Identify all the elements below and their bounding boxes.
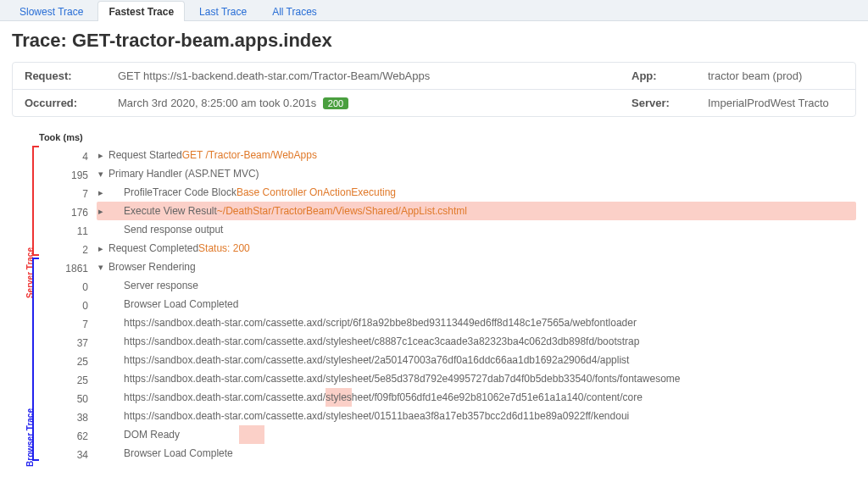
trace-text: Send response output bbox=[124, 220, 223, 239]
trace-row: https://sandbox.death-star.com/cassette.… bbox=[97, 407, 856, 425]
timing-value: 2 bbox=[39, 241, 95, 259]
timing-value: 195 bbox=[39, 166, 95, 185]
occurred-label: Occurred: bbox=[25, 97, 118, 109]
trace-text: Server response bbox=[124, 276, 198, 295]
trace-text: styles bbox=[326, 388, 352, 407]
trace-text: https://sandbox.death-star.com/cassette.… bbox=[124, 407, 629, 425]
trace-text: Browser Load Completed bbox=[124, 295, 238, 313]
trace-text: Browser Rendering bbox=[108, 258, 196, 276]
trace-info-box: Request: GET https://s1-backend.death-st… bbox=[12, 62, 856, 117]
trace-text bbox=[180, 425, 239, 444]
trace-row: Browser Load Completed bbox=[97, 295, 856, 313]
trace-text: Primary Handler (ASP.NET MVC) bbox=[108, 164, 259, 183]
trace-text: https://sandbox.death-star.com/cassette.… bbox=[124, 351, 629, 369]
tab-bar: Slowest Trace Fastest Trace Last Trace A… bbox=[0, 0, 868, 21]
page-title: Trace: GET-tractor-beam.apps.index bbox=[12, 30, 856, 52]
timing-value: 50 bbox=[39, 390, 95, 408]
trace-text: DOM Ready bbox=[124, 425, 180, 444]
timing-value: 7 bbox=[39, 315, 95, 334]
status-badge: 200 bbox=[323, 97, 348, 109]
request-label: Request: bbox=[25, 69, 118, 82]
timing-column: Took (ms) 419571761121861007372525503862… bbox=[37, 129, 97, 466]
trace-text: Status: 200 bbox=[198, 239, 250, 258]
trace-row: https://sandbox.death-star.com/cassette.… bbox=[97, 332, 856, 351]
tab-all-traces[interactable]: All Traces bbox=[261, 1, 328, 21]
chevron-down-icon[interactable]: ▾ bbox=[97, 164, 105, 183]
timing-value: 176 bbox=[39, 203, 95, 222]
app-label: App: bbox=[632, 69, 708, 82]
request-value: GET https://s1-backend.death-star.com/Tr… bbox=[118, 69, 632, 82]
trace-text: https://sandbox.death-star.com/cassette.… bbox=[124, 369, 681, 388]
trace-row: https://sandbox.death-star.com/cassette.… bbox=[97, 313, 856, 332]
timing-value: 34 bbox=[39, 446, 95, 464]
trace-row: Send response output bbox=[97, 220, 856, 239]
trace-text: https://sandbox.death-star.com/cassette.… bbox=[124, 388, 326, 407]
occurred-value: March 3rd 2020, 8:25:00 am took 0.201s 2… bbox=[118, 97, 632, 109]
trace-row: Browser Load Complete bbox=[97, 444, 856, 463]
trace-text bbox=[239, 425, 264, 444]
trace-text: ~/DeathStar/TractorBeam/Views/Shared/App… bbox=[217, 202, 467, 220]
chevron-right-icon[interactable]: ▸ bbox=[97, 183, 105, 202]
timing-value: 25 bbox=[39, 352, 95, 371]
trace-text: https://sandbox.death-star.com/cassette.… bbox=[124, 313, 637, 332]
took-header: Took (ms) bbox=[39, 130, 95, 147]
timing-value: 4 bbox=[39, 147, 95, 166]
timing-value: 11 bbox=[39, 222, 95, 241]
chevron-right-icon[interactable]: ▸ bbox=[97, 146, 105, 164]
tab-last-trace[interactable]: Last Trace bbox=[188, 1, 258, 21]
trace-text: Execute View Result bbox=[124, 202, 217, 220]
tab-slowest-trace[interactable]: Slowest Trace bbox=[8, 1, 94, 21]
trace-row: https://sandbox.death-star.com/cassette.… bbox=[97, 351, 856, 369]
description-column: ▸Request Started GET /Tractor-Beam/WebAp… bbox=[97, 129, 856, 466]
trace-row: DOM Ready bbox=[97, 425, 856, 444]
trace-row: https://sandbox.death-star.com/cassette.… bbox=[97, 388, 856, 407]
trace-text: Request Started bbox=[108, 146, 182, 164]
timing-value: 62 bbox=[39, 427, 95, 446]
chevron-right-icon[interactable]: ▸ bbox=[97, 239, 105, 258]
timing-value: 1861 bbox=[39, 259, 95, 278]
browser-trace-label: Browser Trace bbox=[25, 408, 35, 467]
tab-fastest-trace[interactable]: Fastest Trace bbox=[97, 1, 185, 21]
timing-value: 25 bbox=[39, 371, 95, 390]
server-value: ImperialProdWest Tracto bbox=[708, 97, 843, 109]
trace-text: https://sandbox.death-star.com/cassette.… bbox=[124, 332, 639, 351]
timing-value: 38 bbox=[39, 408, 95, 427]
trace-row[interactable]: ▾Browser Rendering bbox=[97, 258, 856, 276]
app-value: tractor beam (prod) bbox=[708, 69, 843, 82]
trace-area: Server Trace Browser Trace Took (ms) 419… bbox=[12, 129, 856, 466]
server-label: Server: bbox=[632, 97, 708, 109]
trace-text: Base Controller OnActionExecuting bbox=[236, 183, 396, 202]
chevron-right-icon[interactable]: ▸ bbox=[97, 202, 105, 220]
trace-row[interactable]: ▸Request Completed Status: 200 bbox=[97, 239, 856, 258]
trace-row[interactable]: ▸ProfileTracer Code Block Base Controlle… bbox=[97, 183, 856, 202]
timing-value: 37 bbox=[39, 334, 95, 352]
trace-text: ProfileTracer Code Block bbox=[124, 183, 236, 202]
timing-value: 0 bbox=[39, 297, 95, 315]
timing-value: 0 bbox=[39, 278, 95, 297]
trace-row: Server response bbox=[97, 276, 856, 295]
chevron-down-icon[interactable]: ▾ bbox=[97, 258, 105, 276]
trace-text: GET /Tractor-Beam/WebApps bbox=[182, 146, 317, 164]
timing-value: 7 bbox=[39, 185, 95, 203]
trace-row: https://sandbox.death-star.com/cassette.… bbox=[97, 369, 856, 388]
server-trace-bracket bbox=[32, 146, 39, 256]
trace-text: Browser Load Complete bbox=[124, 444, 233, 463]
trace-text: Request Completed bbox=[108, 239, 198, 258]
trace-text: heet/f09fbf056dfd1e46e92b81062e7d51e61a1… bbox=[352, 388, 643, 407]
trace-row[interactable]: ▸Execute View Result ~/DeathStar/Tractor… bbox=[97, 202, 856, 220]
trace-row[interactable]: ▾Primary Handler (ASP.NET MVC) bbox=[97, 164, 856, 183]
trace-row[interactable]: ▸Request Started GET /Tractor-Beam/WebAp… bbox=[97, 146, 856, 164]
trace-gutter: Server Trace Browser Trace bbox=[12, 129, 37, 466]
